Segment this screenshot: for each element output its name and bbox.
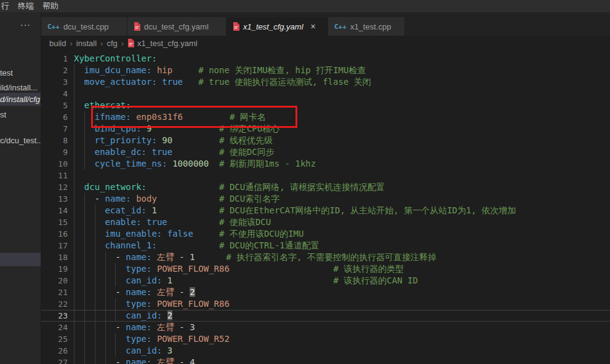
token-key: name:: [126, 287, 151, 297]
list-item-selected-empty[interactable]: [0, 253, 41, 266]
token-str: POWER_FLOW_R86: [157, 264, 230, 274]
token-plain: [74, 275, 126, 285]
code-line: 5 ethercat:: [41, 100, 610, 111]
indent-guide-line: [95, 216, 95, 228]
token-plain: [167, 217, 219, 227]
token-plain: [172, 135, 219, 145]
code-content: channel_1: # DCU的CTRL-1通道配置: [74, 240, 319, 251]
chevron-right-icon: ›: [100, 39, 103, 48]
tab-dcu_test_cfg.yaml[interactable]: dcu_test_cfg.yaml: [127, 17, 227, 36]
indent-guide-line: [84, 135, 85, 146]
list-item[interactable]: c/dcu_test...: [0, 134, 41, 147]
chevron-right-icon: ›: [121, 39, 124, 48]
indent-guide-line: [84, 123, 85, 135]
token-bool: true: [151, 147, 172, 157]
close-icon[interactable]: ×: [311, 22, 316, 31]
line-number: 23: [41, 310, 68, 322]
line-number: 27: [41, 357, 68, 364]
indent-guide-line: [105, 333, 106, 345]
menu-item-帮助[interactable]: 帮助: [42, 0, 58, 12]
indent-guide-line: [84, 193, 85, 205]
token-num: 1000000: [172, 159, 209, 168]
code-editor[interactable]: 1XyberController:2 imu_dcu_name: hip # n…: [41, 50, 610, 364]
menu-item-行[interactable]: 行: [1, 0, 9, 12]
token-hl: 2: [167, 311, 172, 320]
code-content: ifname: enp0s31f6 # 网卡名: [74, 111, 266, 123]
token-plain: [151, 287, 156, 297]
breadcrumb-item-install[interactable]: install: [76, 39, 97, 48]
token-cmt: # DCU通信网络, 请根据实机连接情况配置: [219, 182, 385, 192]
token-plain: [74, 100, 84, 110]
line-number: 10: [41, 158, 68, 170]
more-actions-icon[interactable]: ···: [20, 20, 31, 30]
token-cmt: # 线程优先级: [219, 135, 273, 145]
indent-guide-line: [74, 345, 74, 357]
code-line: 18 - name: 左臂 - 1 # 执行器索引名字, 不需要控制的执行器可直…: [41, 251, 610, 263]
breadcrumb-item-build[interactable]: build: [49, 39, 66, 48]
list-item[interactable]: ild/install...: [0, 81, 41, 94]
breadcrumb-file[interactable]: x1_test_cfg.yaml: [127, 39, 198, 48]
list-item[interactable]: d/install/cfg: [0, 93, 41, 106]
line-number: 26: [41, 345, 68, 357]
token-str: 左臂: [157, 252, 174, 262]
indent-guide-line: [95, 275, 95, 287]
token-cmt: # 使能该DCU: [219, 217, 271, 227]
indent-guide-line: [105, 251, 106, 263]
token-bool: true: [146, 217, 167, 227]
yaml-file-icon: [134, 22, 140, 31]
token-plain: [151, 299, 156, 309]
menu-item-终端[interactable]: 终端: [18, 0, 34, 12]
code-line: 16 imu_enable: false # 不使用该DCU的IMU: [41, 228, 610, 240]
indent-guide-line: [105, 357, 106, 364]
indent-guide-line: [74, 287, 74, 298]
indent-guide-line: [84, 158, 85, 170]
tab-label: x1_test_cfg.yaml: [243, 22, 303, 31]
tab-x1_test_cfg.yaml[interactable]: x1_test_cfg.yaml×: [227, 17, 328, 36]
token-plain: [74, 299, 126, 309]
indent-guide-line: [115, 298, 116, 310]
token-plain: [151, 357, 156, 364]
code-line: 14 ecat_id: 1 # DCU在EtherCAT网络中的ID, 从主站开…: [41, 205, 610, 216]
token-key: type:: [126, 264, 151, 274]
tab-x1_test.cpp[interactable]: C++x1_test.cpp: [328, 17, 405, 36]
indent-guide-line: [84, 251, 85, 263]
code-content: ecat_id: 1 # DCU在EtherCAT网络中的ID, 从主站开始, …: [74, 205, 516, 216]
code-line: 12 dcu_network: # DCU通信网络, 请根据实机连接情况配置: [41, 181, 610, 193]
code-content: - name: 左臂 - 2: [74, 287, 195, 298]
indent-guide-line: [95, 298, 95, 310]
list-item[interactable]: st: [0, 108, 41, 121]
code-line: 22 type: POWER_FLOW_R86: [41, 298, 610, 310]
line-number: 8: [41, 135, 68, 146]
indent-guide-line: [84, 322, 85, 333]
token-cmt: # true 使能执行器运动测试, flase 关闭: [198, 77, 371, 87]
list-item[interactable]: test: [0, 66, 41, 79]
token-plain: [74, 217, 105, 227]
token-pun: -: [115, 357, 126, 364]
line-number: 2: [41, 65, 68, 76]
token-str: POWER_FLOW_R52: [157, 334, 230, 344]
indent-guide-line: [74, 205, 74, 216]
token-plain: [74, 182, 84, 192]
vscode-window: 行终端帮助 ··· testild/install...d/install/cf…: [0, 0, 610, 364]
token-key: name:: [105, 194, 131, 204]
code-content: can_id: 1 # 该执行器的CAN ID: [74, 275, 418, 287]
indent-guide-line: [95, 333, 95, 345]
token-plain: [74, 346, 126, 355]
token-plain: [151, 124, 219, 133]
code-line: 4: [41, 88, 610, 100]
token-plain: [74, 77, 84, 87]
breadcrumb-item-cfg[interactable]: cfg: [106, 39, 117, 48]
token-plain: [172, 65, 198, 75]
token-key: imu_dcu_name:: [84, 65, 152, 75]
token-cmt: # DCU的CTRL-1通道配置: [219, 240, 319, 250]
indent-guide-line: [74, 76, 74, 88]
token-rootkey: ethercat:: [84, 100, 131, 110]
tab-dcu_test.cpp[interactable]: C++dcu_test.cpp: [41, 17, 127, 36]
indent-guide-line: [84, 111, 85, 123]
token-pun: -: [115, 322, 126, 332]
indent-guide-line: [74, 240, 74, 251]
line-number: 17: [41, 240, 68, 251]
line-number: 9: [41, 146, 68, 158]
token-bool: false: [167, 229, 193, 239]
token-str: 左臂: [157, 357, 174, 364]
